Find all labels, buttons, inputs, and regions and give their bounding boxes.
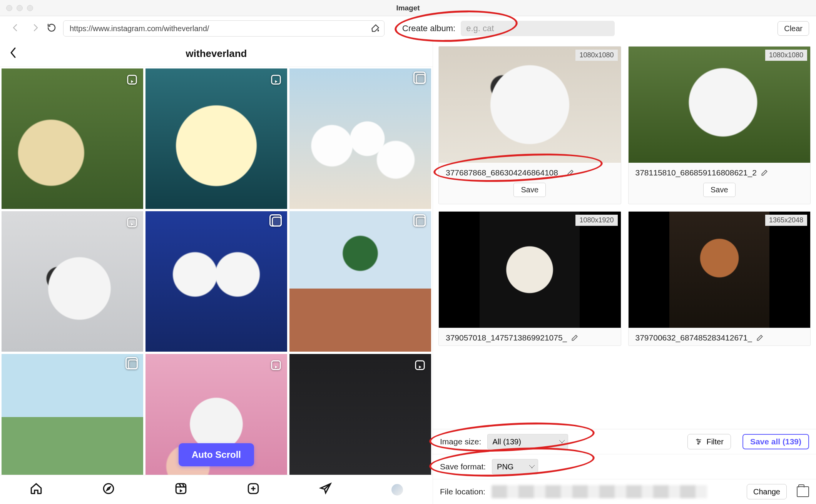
nav-create-icon[interactable] [247, 482, 260, 497]
result-card[interactable]: 1080x1080 377687868_686304246864108_ Sav… [438, 46, 621, 204]
reload-button[interactable] [47, 23, 56, 34]
carousel-icon [416, 217, 426, 227]
svg-rect-6 [176, 484, 186, 494]
svg-rect-2 [128, 218, 137, 227]
result-card[interactable]: 1365x2048 379700632_687485283412671_ [628, 211, 811, 346]
instagram-grid[interactable]: Auto Scroll [0, 67, 433, 475]
result-card[interactable]: 1080x1080 378115810_686859116808621_2 Sa… [628, 46, 811, 204]
grid-tile[interactable] [289, 354, 431, 475]
result-thumbnail[interactable]: 1080x1080 [439, 47, 621, 163]
window-titlebar: Imaget [0, 0, 816, 16]
carousel-icon [272, 217, 282, 227]
reel-icon [270, 359, 282, 371]
top-toolbar: Create album: Clear [0, 16, 816, 41]
minimize-window-icon[interactable] [17, 5, 23, 11]
profile-username: witheverland [0, 48, 433, 60]
grid-tile[interactable] [289, 211, 431, 352]
svg-rect-0 [128, 75, 137, 84]
svg-point-8 [697, 439, 698, 440]
carousel-icon [128, 359, 138, 369]
svg-rect-3 [272, 361, 281, 370]
carousel-icon [416, 74, 426, 84]
nav-back-button[interactable] [11, 23, 20, 34]
result-card[interactable]: 1080x1920 379057018_1475713869921075_ [438, 211, 621, 346]
traffic-lights [6, 5, 33, 11]
save-all-button[interactable]: Save all (139) [742, 434, 809, 449]
image-size-label: Image size: [440, 437, 481, 446]
profile-header: witheverland [0, 41, 433, 67]
clear-button[interactable]: Clear [778, 21, 809, 36]
nav-messages-icon[interactable] [319, 482, 332, 497]
svg-point-5 [104, 484, 114, 494]
paint-bucket-icon[interactable] [370, 23, 380, 35]
grid-tile[interactable] [2, 68, 143, 209]
svg-rect-1 [272, 75, 281, 84]
result-filename[interactable]: 379700632_687485283412671_ [635, 333, 752, 342]
save-format-label: Save format: [440, 462, 486, 471]
controls-panel: Image size: All (139) Filter Save all (1… [433, 429, 816, 504]
reel-icon [270, 74, 282, 85]
result-thumbnail[interactable]: 1080x1080 [629, 47, 811, 163]
instagram-bottom-nav [0, 475, 433, 504]
filter-button[interactable]: Filter [687, 434, 731, 449]
edit-filename-icon[interactable] [756, 334, 764, 342]
nav-reels-icon[interactable] [174, 482, 187, 497]
grid-tile[interactable] [2, 354, 143, 475]
file-location-path [492, 485, 707, 498]
url-input[interactable] [70, 24, 370, 33]
reel-icon [126, 74, 138, 85]
grid-tile[interactable] [145, 68, 287, 209]
grid-tile[interactable] [289, 68, 431, 209]
save-image-button[interactable]: Save [513, 183, 546, 197]
window-title: Imaget [0, 4, 816, 12]
nav-profile-avatar[interactable] [391, 484, 403, 496]
svg-rect-4 [416, 361, 425, 370]
open-folder-icon[interactable] [797, 486, 809, 497]
grid-tile[interactable] [145, 211, 287, 352]
dimensions-badge: 1365x2048 [765, 215, 807, 226]
dimensions-badge: 1080x1920 [575, 215, 617, 226]
grid-tile[interactable] [2, 211, 143, 352]
edit-filename-icon[interactable] [567, 169, 574, 177]
edit-filename-icon[interactable] [761, 169, 768, 177]
save-format-select[interactable]: PNG [492, 459, 538, 474]
change-location-button[interactable]: Change [747, 484, 787, 499]
svg-point-10 [698, 443, 699, 444]
reel-icon [126, 217, 138, 228]
nav-explore-icon[interactable] [102, 482, 115, 497]
file-location-label: File location: [440, 487, 485, 496]
result-grid[interactable]: 1080x1080 377687868_686304246864108_ Sav… [433, 41, 816, 429]
create-album-label: Create album: [402, 23, 455, 33]
result-filename[interactable]: 377687868_686304246864108_ [446, 168, 563, 177]
nav-home-icon[interactable] [30, 482, 43, 497]
url-bar[interactable] [63, 20, 385, 37]
dimensions-badge: 1080x1080 [575, 50, 617, 61]
main-split: witheverland Auto Scroll [0, 41, 816, 504]
auto-scroll-button[interactable]: Auto Scroll [179, 443, 254, 466]
dimensions-badge: 1080x1080 [765, 50, 807, 61]
edit-filename-icon[interactable] [571, 334, 579, 342]
result-filename[interactable]: 379057018_1475713869921075_ [446, 333, 567, 342]
create-album-input[interactable] [461, 21, 615, 36]
image-size-select[interactable]: All (139) [487, 434, 568, 449]
reel-icon [414, 359, 426, 371]
browser-pane: witheverland Auto Scroll [0, 41, 433, 504]
svg-point-9 [699, 441, 700, 442]
profile-back-button[interactable] [8, 47, 18, 61]
maximize-window-icon[interactable] [27, 5, 33, 11]
close-window-icon[interactable] [6, 5, 12, 11]
result-thumbnail[interactable]: 1365x2048 [629, 212, 811, 328]
result-filename[interactable]: 378115810_686859116808621_2 [635, 168, 757, 177]
results-pane: 1080x1080 377687868_686304246864108_ Sav… [433, 41, 816, 504]
nav-forward-button[interactable] [31, 23, 40, 34]
filter-button-label: Filter [706, 437, 723, 446]
save-image-button[interactable]: Save [703, 183, 736, 197]
result-thumbnail[interactable]: 1080x1920 [439, 212, 621, 328]
